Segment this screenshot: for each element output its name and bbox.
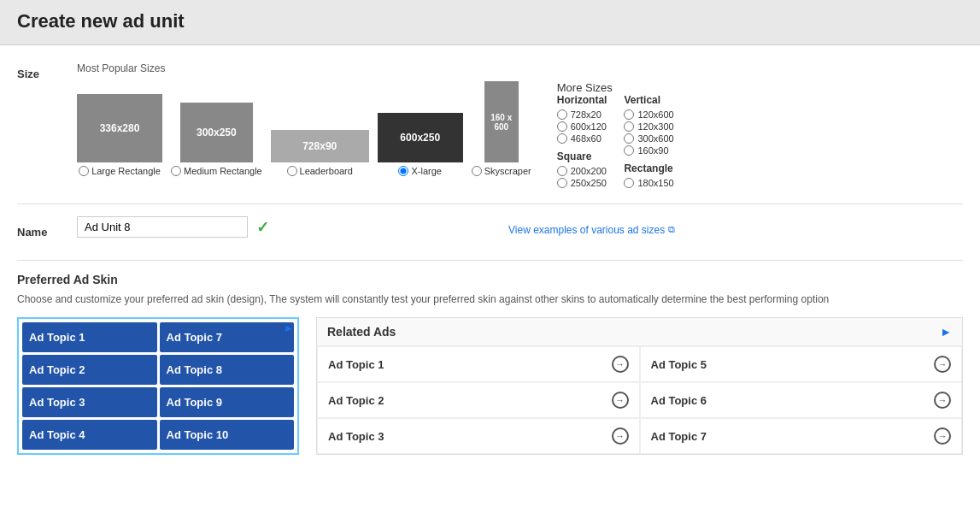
radio-skyscraper[interactable] [472,166,482,176]
vertical-options: 120x600 120x300 300x600 160x90 [624,109,673,156]
size-radio-leaderboard[interactable]: Leaderboard [287,166,353,176]
v-opt-160x90[interactable]: 160x90 [624,145,673,156]
preferred-ad-skin-section: Preferred Ad Skin Choose and customize y… [17,273,963,455]
size-radio-skyscraper[interactable]: Skyscraper [472,166,531,176]
ad-info-icon: ► [284,322,294,334]
radio-large-rect[interactable] [79,166,89,176]
page-header: Create new ad unit [0,0,980,45]
related-ad-3-label: Ad Topic 3 [328,430,384,443]
radio-180x150[interactable] [624,178,634,188]
size-option-skyscraper: 160 x 600 Skyscraper [472,81,531,176]
related-ad-2[interactable]: Ad Topic 2 → [317,382,640,418]
size-option-xlarge: 600x250 X-large [378,113,463,176]
s-opt-200x200[interactable]: 200x200 [557,166,607,176]
related-ad-5-label: Ad Topic 5 [651,358,707,371]
arrow-circle-5: → [934,356,951,373]
size-box-leaderboard: 728x90 [271,130,369,162]
radio-120x600[interactable] [624,109,634,120]
horizontal-col: Horizontal 728x20 600x120 468x60 Square … [557,94,607,188]
h-opt-728x20[interactable]: 728x20 [557,109,607,120]
most-popular-label: Most Popular Sizes [77,62,963,74]
radio-leaderboard[interactable] [287,166,297,176]
related-ad-1-label: Ad Topic 1 [328,358,384,371]
name-row: ✓ [77,216,269,238]
radio-200x200[interactable] [557,166,567,176]
radio-medium-rect[interactable] [171,166,181,176]
name-input[interactable] [77,216,248,238]
valid-checkmark: ✓ [256,218,269,237]
skyscraper-label: Skyscraper [484,166,531,176]
name-section: Name ✓ View examples of various ad sizes… [17,216,963,243]
v-opt-120x300[interactable]: 120x300 [624,121,673,132]
size-radio-large-rect[interactable]: Large Rectangle [79,166,161,176]
size-option-leaderboard: 728x90 Leaderboard [271,130,369,176]
related-ads-icon: ► [940,325,952,339]
ad-grid: Ad Topic 1 Ad Topic 7 Ad Topic 2 Ad Topi… [22,322,294,450]
divider-2 [17,260,963,261]
size-box-medium-rect: 300x250 [180,103,253,162]
view-examples-text: View examples of various ad sizes [508,224,665,236]
horizontal-header: Horizontal [557,94,607,106]
page-title: Create new ad unit [17,10,963,32]
size-radio-xlarge[interactable]: X-large [398,166,441,176]
name-label: Name [17,221,77,239]
related-ad-2-label: Ad Topic 2 [328,394,384,407]
rectangle-header: Rectangle [624,162,673,174]
page-body: Size Most Popular Sizes 336x280 Large Re… [0,45,980,507]
view-examples-link[interactable]: View examples of various ad sizes ⧉ [508,224,675,236]
leaderboard-label: Leaderboard [300,166,353,176]
h-opt-468x60[interactable]: 468x60 [557,133,607,144]
radio-250x250[interactable] [557,178,567,188]
radio-160x90[interactable] [624,145,634,156]
square-header: Square [557,150,607,162]
r-opt-180x150[interactable]: 180x150 [624,178,673,188]
radio-600x120[interactable] [557,121,567,132]
size-radio-medium-rect[interactable]: Medium Rectangle [171,166,262,176]
size-label: Size [17,62,77,80]
ad-topic-7[interactable]: Ad Topic 7 [160,322,295,352]
s-opt-250x250[interactable]: 250x250 [557,178,607,188]
size-box-skyscraper: 160 x 600 [484,81,519,162]
radio-300x600[interactable] [624,133,634,144]
large-rect-label: Large Rectangle [91,166,161,176]
vertical-header: Vertical [624,94,673,106]
h-opt-600x120[interactable]: 600x120 [557,121,607,132]
vertical-col: Vertical 120x600 120x300 300x600 160x90 … [624,94,673,188]
external-link-icon: ⧉ [668,224,675,235]
square-options: 200x200 250x250 [557,166,607,188]
arrow-circle-7: → [934,427,951,445]
radio-120x300[interactable] [624,121,634,132]
ad-topic-3[interactable]: Ad Topic 3 [22,387,157,417]
ad-skins-row: ► Ad Topic 1 Ad Topic 7 Ad Topic 2 Ad To… [17,317,963,455]
size-box-large-rect: 336x280 [77,94,162,162]
related-ads-grid: Ad Topic 1 → Ad Topic 5 → Ad Topic 2 → A… [317,346,962,454]
ad-topic-8[interactable]: Ad Topic 8 [160,355,295,385]
related-ads-title: Related Ads [327,325,396,339]
arrow-circle-2: → [612,392,629,409]
radio-728x20[interactable] [557,109,567,120]
more-sizes-layout: Horizontal 728x20 600x120 468x60 Square … [557,94,728,188]
preferred-ad-skin-title: Preferred Ad Skin [17,273,963,286]
related-ad-1[interactable]: Ad Topic 1 → [317,346,640,382]
radio-xlarge[interactable] [398,166,408,176]
size-option-large-rect: 336x280 Large Rectangle [77,94,162,176]
related-ad-3[interactable]: Ad Topic 3 → [317,418,640,454]
v-opt-300x600[interactable]: 300x600 [624,133,673,144]
v-opt-120x600[interactable]: 120x600 [624,109,673,120]
arrow-circle-1: → [612,356,629,373]
ad-topic-1[interactable]: Ad Topic 1 [22,322,157,352]
size-box-xlarge: 600x250 [378,113,463,162]
rectangle-options: 180x150 [624,178,673,188]
ad-topic-10[interactable]: Ad Topic 10 [160,420,295,450]
ad-topic-2[interactable]: Ad Topic 2 [22,355,157,385]
related-ad-6[interactable]: Ad Topic 6 → [640,382,963,418]
ad-topic-9[interactable]: Ad Topic 9 [160,387,295,417]
ad-topic-4[interactable]: Ad Topic 4 [22,420,157,450]
related-ad-5[interactable]: Ad Topic 5 → [640,346,963,382]
preferred-ad-skin-desc: Choose and customize your preferred ad s… [17,292,963,307]
xlarge-label: X-large [411,166,441,176]
related-ad-7-label: Ad Topic 7 [651,430,707,443]
related-ad-7[interactable]: Ad Topic 7 → [640,418,963,454]
sizes-container: Most Popular Sizes 336x280 Large Rectang… [77,62,963,188]
radio-468x60[interactable] [557,133,567,144]
